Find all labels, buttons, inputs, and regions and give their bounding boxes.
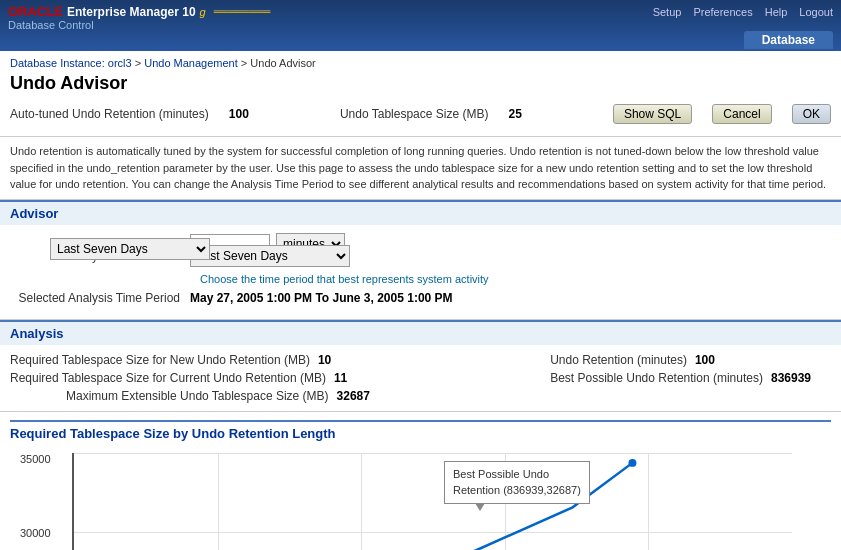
y-axis-labels: 35000 30000 0	[20, 453, 68, 551]
selected-period-value: May 27, 2005 1:00 PM To June 3, 2005 1:0…	[190, 291, 453, 305]
ok-button[interactable]: OK	[792, 104, 831, 124]
preferences-link[interactable]: Preferences	[693, 6, 752, 18]
oracle-brand: ORACLE	[8, 4, 63, 19]
db-badge: Database	[744, 31, 833, 49]
breadcrumb-undo-mgmt[interactable]: Undo Management	[144, 57, 238, 69]
chart-line	[74, 453, 792, 551]
tablespace-label: Undo Tablespace Size (MB)	[340, 107, 489, 121]
analysis-section-header: Analysis	[0, 320, 841, 345]
breadcrumb: Database Instance: orcl3 > Undo Manageme…	[0, 51, 841, 71]
analysis-period-select[interactable]: Last Seven Days Last 24 Hours Last Week …	[50, 238, 210, 260]
y-label-0: 35000	[20, 453, 68, 465]
help-link[interactable]: Help	[765, 6, 788, 18]
analysis-label-2: Maximum Extensible Undo Tablespace Size …	[10, 389, 329, 403]
selected-period-label: Selected Analysis Time Period	[10, 291, 190, 305]
analysis-val-0: 10	[318, 353, 331, 367]
y-label-1: 30000	[20, 527, 68, 539]
page-title: Undo Advisor	[0, 71, 841, 100]
version-label: g	[200, 6, 206, 18]
breadcrumb-db-instance[interactable]: Database Instance: orcl3	[10, 57, 132, 69]
breadcrumb-current: Undo Advisor	[250, 57, 315, 69]
setup-link[interactable]: Setup	[653, 6, 682, 18]
chart-area: Best Possible UndoRetention (836939,3268…	[72, 453, 792, 551]
em-label: Enterprise Manager 10	[67, 5, 196, 19]
analysis-right-val-0: 100	[695, 353, 715, 367]
time-hint: Choose the time period that best represe…	[200, 273, 831, 285]
analysis-label-1: Required Tablespace Size for Current Und…	[10, 371, 326, 385]
progress-bar: ════════	[214, 6, 271, 17]
chart-title: Required Tablespace Size by Undo Retenti…	[10, 420, 831, 445]
svg-point-0	[628, 458, 636, 466]
tooltip-text: Best Possible UndoRetention (836939,3268…	[453, 468, 581, 497]
logout-link[interactable]: Logout	[799, 6, 833, 18]
analysis-val-1: 11	[334, 371, 347, 385]
description-text: Undo retention is automatically tuned by…	[0, 137, 841, 200]
analysis-right-label-0: Undo Retention (minutes)	[550, 353, 687, 367]
db-control-label: Database Control	[8, 19, 270, 31]
auto-tuned-value: 100	[229, 107, 249, 121]
tooltip-arrow	[475, 503, 485, 511]
cancel-button[interactable]: Cancel	[712, 104, 771, 124]
advisor-section-header: Advisor	[0, 200, 841, 225]
auto-tuned-label: Auto-tuned Undo Retention (minutes)	[10, 107, 209, 121]
tooltip-box: Best Possible UndoRetention (836939,3268…	[444, 461, 590, 504]
analysis-period-select2[interactable]: Last Seven Days Last 24 Hours Last Week	[190, 245, 350, 267]
tablespace-value: 25	[508, 107, 521, 121]
analysis-label-0: Required Tablespace Size for New Undo Re…	[10, 353, 310, 367]
analysis-right-label-1: Best Possible Undo Retention (minutes)	[550, 371, 763, 385]
analysis-right-val-1: 836939	[771, 371, 811, 385]
show-sql-button[interactable]: Show SQL	[613, 104, 692, 124]
analysis-val-2: 32687	[337, 389, 370, 403]
